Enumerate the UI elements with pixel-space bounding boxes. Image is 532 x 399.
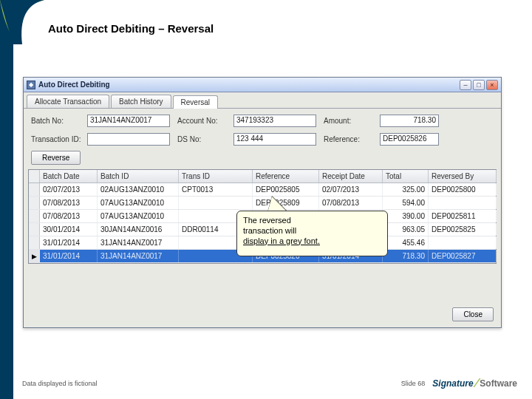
table-cell: 07/08/2013 [40, 210, 98, 222]
table-cell: 718.30 [383, 250, 429, 262]
table-cell: 02/07/2013 [40, 183, 98, 196]
app-window: ◆ Auto Direct Debiting – □ × Allocate Tr… [23, 77, 502, 328]
label-batch-no: Batch No: [31, 117, 80, 125]
table-row[interactable]: 02/07/201302AUG13ANZ0010CPT0013DEP002580… [29, 183, 496, 197]
table-cell [429, 236, 497, 249]
row-indicator-icon [29, 183, 40, 196]
callout-line-3: display in a grey font. [243, 236, 381, 247]
table-cell: 07/08/2013 [319, 197, 383, 209]
close-button[interactable]: Close [452, 307, 494, 321]
callout-line-1: The reversed [243, 216, 381, 226]
field-ds-no[interactable]: 123 444 [233, 133, 316, 146]
tab-reversal[interactable]: Reversal [173, 95, 218, 109]
table-cell: 963.05 [383, 223, 429, 236]
reverse-button[interactable]: Reverse [31, 151, 81, 165]
table-cell: DEP0025805 [253, 183, 319, 196]
label-amount: Amount: [324, 117, 372, 125]
tab-allocate-transaction[interactable]: Allocate Transaction [27, 95, 109, 108]
slide-accent-bar [0, 0, 13, 399]
table-cell: DEP0025800 [429, 183, 497, 196]
col-total[interactable]: Total [383, 170, 429, 183]
brand-swoosh-icon [0, 0, 44, 44]
table-cell: 02/07/2013 [319, 183, 383, 196]
col-receipt-date[interactable]: Receipt Date [319, 170, 383, 183]
table-cell: 31JAN14ANZ0017 [98, 236, 179, 249]
table-cell: DEP0025825 [429, 223, 497, 236]
table-cell: 31JAN14ANZ0017 [98, 250, 179, 262]
reversal-form: Batch No: 31JAN14ANZ0017 Account No: 347… [24, 109, 501, 150]
maximize-button[interactable]: □ [473, 80, 485, 90]
row-indicator-icon: ▶ [29, 250, 40, 262]
field-batch-no[interactable]: 31JAN14ANZ0017 [87, 115, 170, 127]
close-window-button[interactable]: × [486, 80, 498, 90]
row-indicator-icon [29, 223, 40, 236]
table-cell: DEP0025827 [429, 250, 497, 262]
table-cell: 07AUG13ANZ0010 [98, 197, 179, 209]
brand-slash-icon: ∕ [476, 377, 478, 390]
footnote-text: Data displayed is fictional [22, 380, 98, 387]
grid-header-gutter [29, 170, 40, 183]
col-batch-id[interactable]: Batch ID [98, 170, 179, 183]
brand-word-signature: Signature [432, 378, 473, 389]
table-cell [179, 197, 253, 209]
table-cell: 31/01/2014 [40, 250, 98, 262]
table-cell: 31/01/2014 [40, 236, 98, 249]
brand-word-software: Software [480, 378, 517, 389]
label-account-no: Account No: [177, 117, 226, 125]
table-cell: 07/08/2013 [40, 197, 98, 209]
field-reference[interactable]: DEP0025826 [380, 133, 439, 146]
table-cell: 30/01/2014 [40, 223, 98, 236]
table-cell: 390.00 [383, 210, 429, 222]
table-cell: 455.46 [383, 236, 429, 249]
callout-line-2: transaction will [243, 226, 381, 236]
label-ds-no: DS No: [177, 135, 226, 143]
table-cell: CPT0013 [179, 183, 253, 196]
table-cell: 02AUG13ANZ0010 [98, 183, 179, 196]
annotation-callout: The reversed transaction will display in… [236, 211, 388, 256]
table-cell: 07AUG13ANZ0010 [98, 210, 179, 222]
row-indicator-icon [29, 236, 40, 249]
field-trans-id[interactable] [87, 133, 170, 146]
label-reference: Reference: [324, 135, 372, 143]
col-batch-date[interactable]: Batch Date [40, 170, 98, 183]
row-indicator-icon [29, 210, 40, 222]
window-titlebar: ◆ Auto Direct Debiting – □ × [24, 78, 501, 92]
table-row[interactable]: 07/08/201307AUG13ANZ0010DEP002580907/08/… [29, 197, 496, 210]
slide-title: Auto Direct Debiting – Reversal [48, 22, 214, 35]
row-indicator-icon [29, 197, 40, 209]
col-trans-id[interactable]: Trans ID [179, 170, 253, 183]
table-cell [429, 197, 497, 209]
col-reversed-by[interactable]: Reversed By [429, 170, 497, 183]
table-cell: DEP0025811 [429, 210, 497, 222]
app-icon: ◆ [27, 81, 35, 89]
minimize-button[interactable]: – [460, 80, 471, 90]
window-title: Auto Direct Debiting [38, 81, 110, 89]
label-trans-id: Transaction ID: [31, 135, 80, 143]
table-cell: 325.00 [383, 183, 429, 196]
grid-header-row: Batch Date Batch ID Trans ID Reference R… [29, 170, 496, 183]
brand-logo: Signature ∕ Software [432, 377, 517, 390]
tab-strip: Allocate Transaction Batch History Rever… [24, 92, 501, 109]
field-account-no[interactable]: 347193323 [233, 115, 316, 127]
field-amount[interactable]: 718.30 [380, 115, 439, 127]
table-cell: 30JAN14ANZ0016 [98, 223, 179, 236]
slide-pager: Slide 68 [401, 380, 426, 387]
col-reference[interactable]: Reference [253, 170, 319, 183]
slide-footer: Data displayed is fictional Slide 68 Sig… [22, 377, 517, 390]
tab-batch-history[interactable]: Batch History [111, 95, 171, 108]
table-cell: 594.00 [383, 197, 429, 209]
